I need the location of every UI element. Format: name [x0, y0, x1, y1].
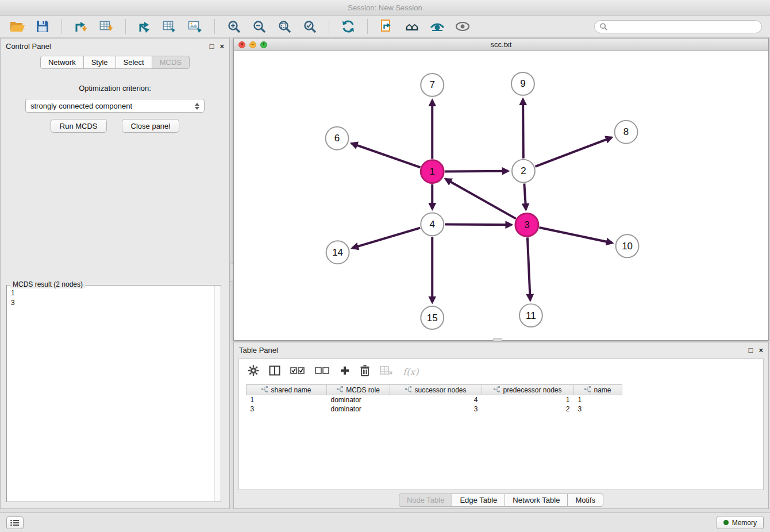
column-header-predecessor-nodes[interactable]: predecessor nodes	[482, 385, 574, 395]
unchecked-boxes-icon	[315, 366, 330, 375]
network-view-window[interactable]: × − + scc.txt 7968124314101511	[233, 38, 769, 341]
edge-4-3[interactable]	[445, 225, 511, 225]
graph-node-14[interactable]: 14	[326, 241, 349, 264]
table-cell[interactable]: 4	[390, 395, 482, 404]
network-window-titlebar[interactable]: × − + scc.txt	[234, 38, 768, 51]
graph-node-3[interactable]: 3	[515, 213, 538, 236]
checked-boxes-icon	[290, 366, 305, 375]
new-table-button[interactable]	[161, 18, 179, 35]
table-cell[interactable]: dominator	[327, 404, 390, 414]
float-table-panel-icon[interactable]: □	[749, 346, 753, 354]
memory-button[interactable]: Memory	[717, 516, 764, 529]
network-canvas[interactable]: 7968124314101511	[234, 52, 768, 340]
result-scrollbar[interactable]	[214, 286, 221, 502]
graph-node-11[interactable]: 11	[519, 304, 542, 327]
edge-3-10[interactable]	[539, 228, 612, 243]
table-cell[interactable]: dominator	[327, 395, 390, 404]
new-network-button[interactable]	[136, 18, 154, 35]
graph-node-8[interactable]: 8	[615, 121, 638, 144]
show-column-button[interactable]	[269, 365, 280, 379]
run-mcds-button[interactable]: Run MCDS	[51, 119, 107, 133]
column-header-MCDS-role[interactable]: MCDS role	[327, 385, 390, 395]
column-header-successor-nodes[interactable]: successor nodes	[390, 385, 482, 395]
table-tab-motifs[interactable]: Motifs	[567, 494, 603, 507]
column-header-name[interactable]: name	[574, 385, 622, 395]
graph-node-4[interactable]: 4	[421, 213, 444, 236]
tab-style[interactable]: Style	[83, 56, 116, 69]
open-session-button[interactable]	[8, 18, 26, 35]
table-cell[interactable]: 1	[247, 395, 327, 404]
edge-4-14[interactable]	[352, 228, 420, 248]
delete-column-button[interactable]	[360, 365, 370, 379]
new-network-icon	[137, 20, 152, 33]
table-cell[interactable]: 3	[247, 404, 327, 414]
select-all-rows-button[interactable]	[290, 366, 305, 377]
deselect-all-rows-button[interactable]	[315, 366, 330, 377]
layout-home-button[interactable]: ⌂⌂	[403, 18, 421, 35]
import-table-button[interactable]	[97, 18, 116, 35]
pane-splitter-handle-horizontal[interactable]	[493, 338, 502, 342]
graph-node-10[interactable]: 10	[616, 234, 639, 257]
import-network-button[interactable]	[72, 18, 90, 35]
zoom-out-button[interactable]	[250, 18, 268, 35]
edge-2-9[interactable]	[523, 99, 523, 159]
pane-splitter-handle-vertical[interactable]	[229, 263, 233, 282]
edge-2-8[interactable]	[535, 137, 611, 166]
maximize-window-icon[interactable]: +	[260, 41, 267, 48]
table-tab-node-table[interactable]: Node Table	[399, 494, 453, 507]
float-panel-icon[interactable]: □	[210, 43, 214, 50]
apply-style-button[interactable]	[428, 18, 446, 35]
graph-node-15[interactable]: 15	[421, 306, 444, 329]
toolbar-separator	[214, 19, 215, 34]
table-row[interactable]: 1dominator411	[247, 395, 622, 404]
network-graph[interactable]: 7968124314101511	[234, 52, 768, 340]
table-settings-button[interactable]	[248, 365, 259, 379]
graph-node-1[interactable]: 1	[421, 160, 444, 183]
minimize-window-icon[interactable]: −	[249, 41, 256, 48]
table-tab-edge-table[interactable]: Edge Table	[452, 494, 505, 507]
graph-node-9[interactable]: 9	[511, 72, 534, 95]
task-history-button[interactable]	[6, 516, 24, 529]
refresh-view-button[interactable]	[339, 18, 357, 35]
toolbar-search[interactable]	[594, 20, 762, 33]
search-input[interactable]	[611, 22, 756, 30]
tab-select[interactable]: Select	[116, 56, 152, 69]
export-image-button[interactable]	[186, 18, 205, 35]
table-cell[interactable]: 2	[482, 404, 574, 414]
close-table-panel-icon[interactable]: ×	[759, 346, 763, 354]
optimization-criterion-select[interactable]: strongly connected component	[25, 99, 205, 113]
save-session-button[interactable]	[33, 18, 52, 35]
close-panel-icon[interactable]: ×	[220, 43, 224, 50]
svg-text:1: 1	[430, 166, 435, 177]
column-header-shared-name[interactable]: shared name	[247, 385, 327, 395]
tab-network[interactable]: Network	[40, 56, 84, 69]
close-window-icon[interactable]: ×	[238, 41, 245, 48]
control-panel-header: Control Panel □ ×	[1, 38, 229, 53]
zoom-in-button[interactable]	[225, 18, 243, 35]
graph-node-6[interactable]: 6	[326, 127, 349, 150]
graph-node-2[interactable]: 2	[512, 160, 535, 183]
create-column-button[interactable]	[340, 365, 350, 378]
search-icon	[600, 23, 607, 30]
clone-network-button[interactable]	[378, 18, 396, 35]
edge-2-3[interactable]	[524, 183, 526, 209]
edge-3-11[interactable]	[528, 237, 530, 300]
edge-1-2[interactable]	[445, 171, 508, 172]
graph-node-7[interactable]: 7	[421, 74, 444, 97]
close-panel-button[interactable]: Close panel	[122, 119, 180, 133]
table-row[interactable]: 3dominator323	[247, 404, 622, 414]
toggle-graphics-button[interactable]	[453, 18, 472, 35]
tab-mcds[interactable]: MCDS	[152, 56, 190, 69]
edge-1-6[interactable]	[352, 144, 421, 168]
table-cell[interactable]: 1	[482, 395, 574, 404]
zoom-selected-button[interactable]	[301, 18, 319, 35]
import-network-icon	[74, 20, 88, 33]
edge-3-1[interactable]	[446, 179, 516, 219]
toolbar-separator	[329, 19, 329, 34]
zoom-fit-button[interactable]	[275, 18, 294, 35]
table-cell[interactable]: 1	[574, 395, 622, 404]
status-bar: Memory	[0, 512, 770, 532]
table-cell[interactable]: 3	[574, 404, 622, 414]
table-cell[interactable]: 3	[390, 404, 482, 414]
table-tab-network-table[interactable]: Network Table	[505, 494, 568, 507]
